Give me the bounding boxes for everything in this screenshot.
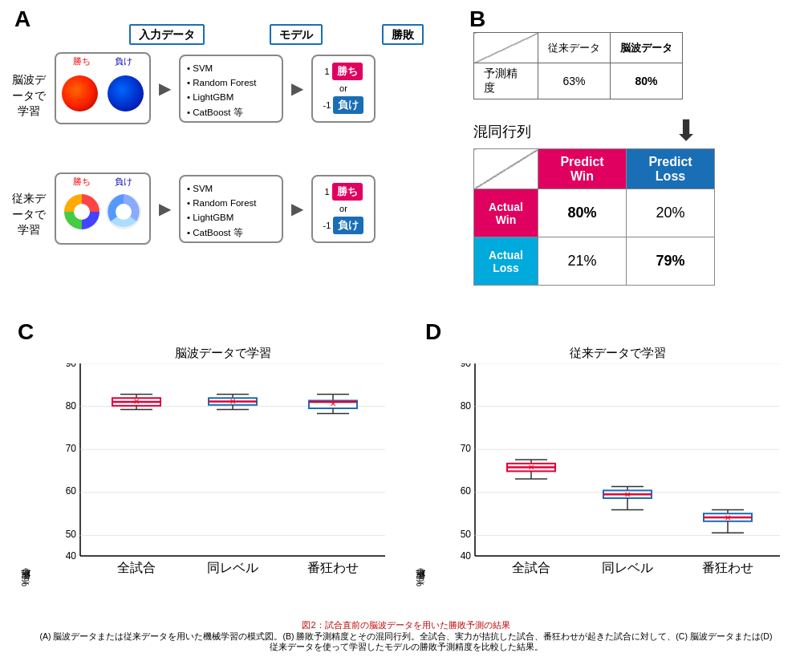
boxplot-1: ✕ bbox=[112, 394, 160, 409]
header-input: 入力データ bbox=[129, 24, 205, 45]
svg-text:✕: ✕ bbox=[133, 397, 140, 406]
svg-text:90: 90 bbox=[461, 363, 472, 369]
svg-text:全試合: 全試合 bbox=[512, 561, 550, 574]
chart-d-title: 従来データで学習 bbox=[443, 346, 792, 361]
svg-text:40: 40 bbox=[461, 550, 472, 562]
svg-text:60: 60 bbox=[461, 485, 472, 497]
cm-arrow: ⬇ bbox=[674, 114, 698, 148]
svg-text:番狂わせ: 番狂わせ bbox=[702, 561, 753, 574]
svg-text:40: 40 bbox=[66, 550, 77, 562]
chart-c-y-label: 正解率（%） bbox=[19, 378, 33, 586]
header-output: 勝敗 bbox=[382, 24, 424, 45]
svg-point-3 bbox=[116, 204, 132, 220]
arrow-4: ▶ bbox=[291, 199, 303, 218]
svg-text:✕: ✕ bbox=[229, 397, 236, 406]
section-b-label: B bbox=[469, 6, 485, 32]
model-box-2: • SVM• Random Forest• LightGBM• CatBoost… bbox=[179, 175, 283, 243]
svg-text:同レベル: 同レベル bbox=[207, 561, 258, 574]
accuracy-table: 従来データ 脳波データ 予測精度 63% 80% bbox=[473, 32, 683, 99]
chart-c-svg: 90 80 70 60 50 40 ✕ bbox=[48, 363, 385, 578]
confusion-matrix: PredictWin PredictLoss ActualWin 80% 20%… bbox=[473, 148, 715, 286]
side-label-traditional: 従来データで学習 bbox=[6, 191, 51, 238]
svg-text:80: 80 bbox=[461, 400, 472, 412]
svg-text:✕: ✕ bbox=[330, 399, 336, 408]
side-label-brain: 脳波データで学習 bbox=[6, 72, 51, 120]
svg-text:✕: ✕ bbox=[624, 490, 631, 499]
caption-line2: (A) 脳波データまたは従来データを用いた機械学習の模式図。(B) 勝敗予測精度… bbox=[0, 631, 812, 643]
section-c-label: C bbox=[18, 319, 34, 345]
d-boxplot-2: ✕ bbox=[603, 487, 652, 510]
d-boxplot-3: ✕ bbox=[704, 509, 752, 533]
header-model: モデル bbox=[270, 24, 323, 45]
chart-c-title: 脳波データで学習 bbox=[48, 346, 397, 361]
svg-text:90: 90 bbox=[66, 363, 77, 369]
svg-text:50: 50 bbox=[66, 529, 77, 540]
chart-d-y-label: 正解率（%） bbox=[414, 378, 428, 586]
svg-text:全試合: 全試合 bbox=[117, 561, 156, 574]
svg-text:50: 50 bbox=[461, 529, 472, 540]
boxplot-2: ✕ bbox=[209, 394, 257, 409]
chart-d-svg: 90 80 70 60 50 40 ✕ ✕ bbox=[443, 363, 780, 578]
svg-text:同レベル: 同レベル bbox=[602, 561, 653, 574]
svg-point-1 bbox=[74, 204, 90, 220]
section-a-label: A bbox=[14, 6, 30, 32]
boxplot-3: ✕ bbox=[309, 394, 357, 413]
chart-d: 従来データで学習 正解率（%） 90 80 70 60 50 40 ✕ bbox=[411, 346, 792, 610]
svg-text:80: 80 bbox=[66, 400, 77, 412]
arrow-2: ▶ bbox=[291, 79, 303, 98]
svg-text:70: 70 bbox=[461, 443, 472, 454]
section-d-label: D bbox=[425, 319, 441, 345]
chart-c: 脳波データで学習 正解率（%） 90 80 70 60 50 40 bbox=[16, 346, 397, 610]
arrow-1: ▶ bbox=[159, 79, 171, 98]
d-boxplot-1: ✕ bbox=[507, 460, 555, 479]
caption-line3: 従来データを使って学習したモデルの勝敗予測精度を比較した結果。 bbox=[0, 642, 812, 653]
svg-text:✕: ✕ bbox=[725, 513, 731, 522]
pie-image: 勝ち 負け bbox=[55, 172, 151, 245]
brain-image-1: 勝ち 負け bbox=[55, 52, 151, 124]
caption-line1: 図2：試合直前の脳波データを用いた勝敗予測の結果 bbox=[0, 619, 812, 631]
svg-text:70: 70 bbox=[66, 443, 77, 454]
svg-text:番狂わせ: 番狂わせ bbox=[307, 561, 359, 574]
output-box-2: 1 勝ち or -1 負け bbox=[311, 175, 376, 243]
svg-text:✕: ✕ bbox=[528, 463, 534, 472]
svg-text:60: 60 bbox=[66, 485, 77, 497]
cm-label: 混同行列 bbox=[473, 122, 531, 141]
arrow-3: ▶ bbox=[159, 199, 171, 218]
model-box-1: • SVM• Random Forest• LightGBM• CatBoost… bbox=[179, 55, 283, 123]
output-box-1: 1 勝ち or -1 負け bbox=[311, 55, 376, 123]
